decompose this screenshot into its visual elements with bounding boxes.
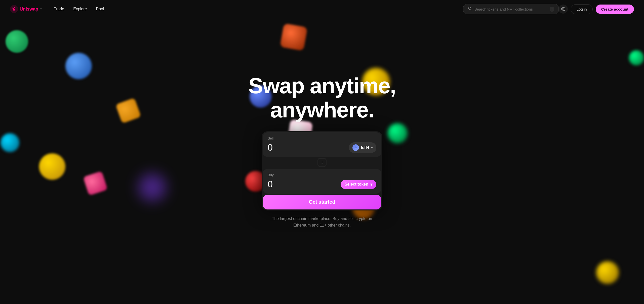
hero-title-line2: anywhere. <box>270 97 374 122</box>
nav-right: Log in Create account <box>559 4 634 14</box>
sell-token-name: ETH <box>361 145 369 150</box>
buy-amount-input[interactable] <box>268 179 318 190</box>
sell-token-selector[interactable]: ETH ▾ <box>349 142 376 153</box>
sell-token-chevron: ▾ <box>371 146 373 150</box>
navbar: Uniswap ▾ Trade Explore Pool Search toke… <box>0 0 644 18</box>
nav-explore[interactable]: Explore <box>69 5 91 13</box>
buy-label: Buy <box>268 173 376 177</box>
logo-chevron: ▾ <box>40 7 42 11</box>
select-token-label: Select token <box>345 182 368 187</box>
hero-title-line1: Swap anytime, <box>248 73 395 98</box>
eth-icon <box>352 144 359 151</box>
sell-amount-input[interactable] <box>268 142 318 153</box>
globe-button[interactable] <box>559 5 568 14</box>
logo-text: Uniswap <box>20 7 38 12</box>
buy-section: Buy Select token ▾ <box>263 169 381 194</box>
swap-arrow-icon: ↓ <box>321 160 323 165</box>
search-shortcut: / <box>550 7 554 12</box>
hero-section: Swap anytime, anywhere. Sell ETH ▾ ↓ <box>0 18 644 304</box>
swap-widget: Sell ETH ▾ ↓ Buy <box>262 131 382 210</box>
logo[interactable]: Uniswap ▾ <box>10 5 42 13</box>
swap-divider: ↓ <box>263 157 381 168</box>
hero-subtitle: The largest onchain marketplace. Buy and… <box>272 215 372 228</box>
hero-title: Swap anytime, anywhere. <box>248 74 395 122</box>
login-button[interactable]: Log in <box>571 4 593 14</box>
search-bar[interactable]: Search tokens and NFT collections / <box>463 4 559 14</box>
search-icon <box>468 7 472 12</box>
uniswap-logo-icon <box>10 5 18 13</box>
get-started-button[interactable]: Get started <box>263 195 381 209</box>
search-placeholder: Search tokens and NFT collections <box>474 7 547 11</box>
sell-label: Sell <box>268 136 376 140</box>
buy-row: Select token ▾ <box>268 179 376 190</box>
swap-direction-button[interactable]: ↓ <box>317 158 327 167</box>
nav-trade[interactable]: Trade <box>50 5 68 13</box>
nav-pool[interactable]: Pool <box>92 5 108 13</box>
select-token-button[interactable]: Select token ▾ <box>341 180 376 189</box>
sell-row: ETH ▾ <box>268 142 376 153</box>
select-token-chevron: ▾ <box>370 182 372 187</box>
sell-section: Sell ETH ▾ <box>263 132 381 157</box>
nav-links: Trade Explore Pool <box>50 5 463 13</box>
create-account-button[interactable]: Create account <box>596 5 634 14</box>
